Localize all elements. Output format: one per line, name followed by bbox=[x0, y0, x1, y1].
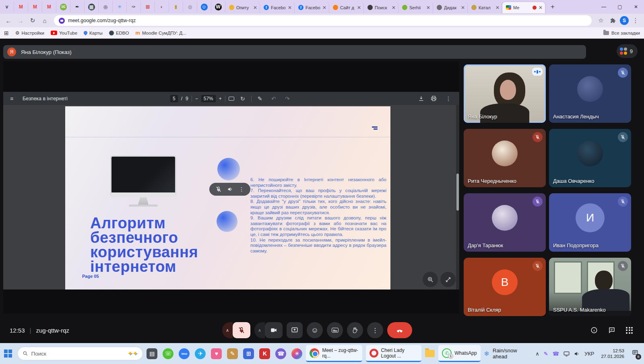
pdf-zoom-out-icon[interactable]: − bbox=[195, 96, 198, 101]
gmail-icon[interactable]: M bbox=[42, 1, 56, 12]
viber-icon[interactable]: ☎ bbox=[275, 348, 286, 359]
tab-1[interactable]: fFacebo✕ bbox=[260, 2, 295, 13]
participant-tile-5[interactable]: ИИван Подопригора bbox=[549, 193, 631, 252]
bookmark-edbo[interactable]: EDBO bbox=[109, 31, 129, 35]
tab-0[interactable]: Опиту✕ bbox=[225, 2, 260, 13]
pdf-redo-icon[interactable]: ↷ bbox=[282, 95, 293, 102]
pdf-undo-icon[interactable]: ↶ bbox=[268, 95, 279, 102]
battery-icon[interactable]: ▮ bbox=[169, 1, 183, 12]
taskbar-opera[interactable]: Cheri Lady Logout ... bbox=[366, 345, 422, 362]
participant-tile-1[interactable]: Анастасия Лендыч bbox=[549, 64, 631, 123]
participant-tile-2[interactable]: Рита Чередныченко bbox=[464, 129, 546, 187]
mail-icon[interactable]: ✉ bbox=[56, 1, 70, 12]
participant-tile-7[interactable]: SSPU A.S. Makarenko bbox=[549, 258, 631, 316]
language-indicator[interactable]: УКР bbox=[584, 351, 594, 357]
reactions-button[interactable]: ☺ bbox=[307, 322, 323, 338]
activities-icon[interactable] bbox=[626, 327, 633, 334]
tab-close-icon[interactable]: ✕ bbox=[539, 5, 543, 10]
pdf-annotate-icon[interactable]: ✎ bbox=[255, 95, 265, 102]
calculator-icon[interactable]: ▦ bbox=[85, 1, 99, 12]
feather-icon[interactable]: ✑ bbox=[127, 1, 141, 12]
mic-mute-button[interactable] bbox=[233, 322, 250, 338]
participant-tile-4[interactable]: Дар'я Таранюк bbox=[464, 193, 546, 252]
video-editor-icon[interactable]: ▤ bbox=[147, 348, 157, 359]
tab-close-icon[interactable]: ✕ bbox=[461, 5, 465, 10]
info-icon[interactable] bbox=[590, 327, 598, 334]
tab-close-icon[interactable]: ✕ bbox=[288, 5, 292, 10]
print-icon[interactable] bbox=[431, 95, 437, 101]
tab-7[interactable]: Катал✕ bbox=[468, 2, 502, 13]
camera-icon[interactable]: ◐ bbox=[155, 1, 169, 12]
tab-close-icon[interactable]: ✕ bbox=[392, 5, 396, 10]
w-app-icon[interactable]: W bbox=[211, 1, 225, 12]
mic-off-icon[interactable] bbox=[215, 186, 222, 192]
maximize-icon[interactable]: ▢ bbox=[612, 1, 628, 13]
tab-close-icon[interactable]: ✕ bbox=[495, 5, 500, 10]
bookmark-moodle[interactable]: mMoodle СумДПУ: Д... bbox=[135, 30, 186, 36]
ribbon-icon[interactable]: ♥ bbox=[211, 348, 222, 359]
camera-button[interactable] bbox=[265, 322, 283, 338]
tray-speaker-icon[interactable] bbox=[574, 351, 580, 356]
zoom-in-button[interactable] bbox=[423, 272, 438, 287]
copilot-icon[interactable]: ✳ bbox=[291, 348, 302, 359]
pdf-fit-icon[interactable] bbox=[229, 97, 234, 101]
mic-options-chevron[interactable]: ∧ bbox=[222, 322, 233, 338]
present-button[interactable] bbox=[287, 322, 303, 338]
taskbar-whatsapp[interactable]: ✆1 WhatsApp bbox=[438, 345, 480, 362]
new-tab-button[interactable]: + bbox=[547, 2, 558, 12]
grid-icon[interactable]: ⊞ bbox=[141, 1, 155, 12]
expand-button[interactable] bbox=[440, 272, 456, 287]
tray-viber-icon[interactable]: ☎ bbox=[553, 351, 559, 357]
download-icon[interactable] bbox=[418, 95, 424, 101]
wechat-icon[interactable]: ☏ bbox=[163, 348, 173, 359]
pdf-zoom-in-icon[interactable]: + bbox=[219, 96, 222, 101]
tab-6[interactable]: Дидак✕ bbox=[433, 2, 468, 13]
tab-close-icon[interactable]: ✕ bbox=[357, 5, 361, 10]
camera-options-chevron[interactable]: ∧ bbox=[254, 322, 265, 338]
close-icon[interactable]: ✕ bbox=[628, 1, 644, 13]
browser-globe-icon[interactable]: ◎ bbox=[99, 1, 113, 12]
browser-menu-icon[interactable]: ⋮ bbox=[630, 15, 641, 26]
reload-icon[interactable]: ↻ bbox=[27, 15, 38, 26]
participant-tile-6[interactable]: BВіталій Скляр bbox=[464, 258, 546, 316]
pdf-menu-icon[interactable]: ≡ bbox=[6, 95, 17, 102]
address-bar[interactable]: meet.google.com/zug-qttw-rqz bbox=[54, 15, 592, 26]
pdf-page-input[interactable]: 5 bbox=[170, 95, 178, 102]
calculator-icon[interactable]: ⊞ bbox=[243, 348, 254, 359]
tab-3[interactable]: Сайт д✕ bbox=[329, 2, 364, 13]
more-options-button[interactable]: ⋮ bbox=[367, 322, 383, 338]
participant-count-pill[interactable]: 9 bbox=[617, 44, 638, 58]
pill-more-icon[interactable]: ⋮ bbox=[239, 186, 244, 192]
photos-icon[interactable]: ✳ bbox=[113, 1, 127, 12]
imo-icon[interactable]: imo bbox=[179, 348, 190, 359]
tray-chevron-icon[interactable]: ∧ bbox=[535, 351, 539, 357]
participant-tile-3[interactable]: Даша Овчаренко bbox=[549, 129, 631, 187]
taskbar-chrome-meet[interactable]: Meet – zug-qttw-rq... bbox=[306, 345, 362, 362]
gmail-icon[interactable]: M bbox=[14, 1, 28, 12]
tab-search-chevron-icon[interactable]: v bbox=[0, 1, 14, 12]
smiley-icon[interactable]: ☺ bbox=[197, 1, 211, 12]
pdf-more-icon[interactable]: ⋮ bbox=[443, 95, 454, 102]
taskbar-search[interactable]: Поиск ✦✦ bbox=[17, 347, 143, 360]
end-call-button[interactable] bbox=[387, 322, 412, 338]
forward-icon[interactable]: → bbox=[15, 15, 26, 26]
taskbar-clock[interactable]: 12:53 27.01.2026 bbox=[601, 348, 624, 359]
profile-avatar[interactable]: S bbox=[620, 16, 629, 25]
tray-pen-icon[interactable]: ✎ bbox=[544, 351, 548, 357]
bookmark-settings[interactable]: ⚙Настройки bbox=[15, 31, 44, 35]
kmplayer-icon[interactable]: K bbox=[259, 348, 270, 359]
tab-4[interactable]: Поиск✕ bbox=[364, 2, 398, 13]
bookmark-maps[interactable]: Карты bbox=[84, 31, 103, 35]
bookmark-youtube[interactable]: YouTube bbox=[51, 31, 77, 35]
speaker-icon[interactable] bbox=[227, 186, 233, 192]
pen-icon[interactable]: ✒ bbox=[70, 1, 85, 12]
all-bookmarks[interactable]: Все закладки bbox=[603, 31, 640, 35]
telegram-icon[interactable]: ✈ bbox=[195, 348, 206, 359]
tab-close-icon[interactable]: ✕ bbox=[253, 5, 257, 10]
tab-2[interactable]: fFacebo✕ bbox=[295, 2, 329, 13]
tab-close-icon[interactable]: ✕ bbox=[322, 5, 326, 10]
raise-hand-button[interactable] bbox=[347, 322, 363, 338]
file-explorer-icon[interactable] bbox=[425, 350, 435, 357]
back-icon[interactable]: ← bbox=[3, 15, 14, 26]
tab-meet-active[interactable]: Ме✕ bbox=[502, 2, 545, 13]
